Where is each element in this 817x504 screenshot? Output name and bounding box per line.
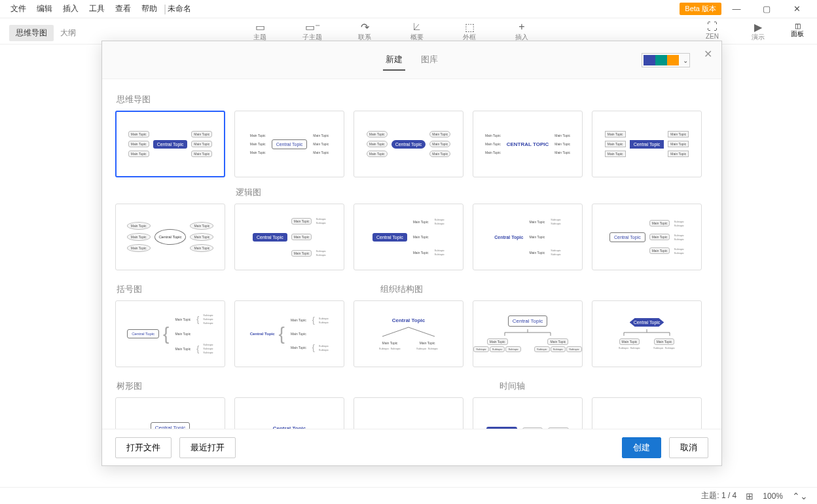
boundary-icon: ⬚ (465, 21, 475, 33)
tool-zen[interactable]: ⛶ZEN (699, 21, 725, 42)
category-logic-title: 逻辑图 (236, 187, 708, 198)
template-mindmap-5[interactable]: Main TopicMain TopicMain Topic Central T… (592, 111, 702, 177)
template-tree-3[interactable]: Central Topic (354, 397, 463, 429)
template-logic-2[interactable]: Central Topic Main TopicSubtopicSubtopic… (234, 204, 344, 270)
template-timeline-1[interactable]: Central Topic Main Topic Main Topic (473, 397, 583, 429)
zen-icon: ⛶ (707, 21, 717, 33)
insert-icon: + (518, 21, 524, 33)
window-close[interactable]: ✕ (782, 4, 812, 14)
create-button[interactable]: 创建 (622, 437, 661, 458)
category-org-title: 组织结构图 (380, 283, 423, 295)
summary-icon: ⟀ (414, 21, 420, 33)
menu-file[interactable]: 文件 (5, 1, 31, 16)
zoom-stepper-icon[interactable]: ⌃⌄ (792, 491, 808, 501)
present-icon: ▶ (754, 21, 762, 33)
menu-tools[interactable]: 工具 (84, 1, 110, 16)
recent-files-button[interactable]: 最近打开 (179, 437, 236, 458)
template-logic-3[interactable]: Central Topic Main TopicSubtopicSubtopic… (354, 204, 463, 270)
template-timeline-2[interactable]: Central Topic (592, 397, 702, 429)
color-swatch-1 (644, 55, 655, 65)
template-mindmap-1[interactable]: Main TopicMain TopicMain Topic Central T… (115, 111, 225, 177)
cancel-button[interactable]: 取消 (669, 437, 708, 458)
menu-view[interactable]: 查看 (110, 1, 136, 16)
tool-topic[interactable]: ▭主题 (247, 21, 273, 42)
tool-relation[interactable]: ↷联系 (352, 21, 378, 42)
template-logic-5[interactable]: Central Topic Main TopicSubtopicSubtopic… (592, 204, 702, 270)
subtopic-icon: ▭⁻ (305, 21, 320, 33)
new-template-dialog: 新建 图库 ⌄ ✕ 思维导图 Main TopicMain TopicMain … (101, 41, 722, 466)
template-bracket-2[interactable]: Central Topic { Main Topic{SubtopicSubto… (234, 300, 344, 367)
tool-subtopic[interactable]: ▭⁻子主题 (299, 21, 325, 42)
template-mindmap-3[interactable]: Main TopicMain TopicMain Topic Central T… (354, 111, 463, 177)
template-bracket-1[interactable]: Central Topic { Main Topic{SubtopicSubto… (115, 300, 225, 367)
window-minimize[interactable]: — (721, 4, 752, 14)
tab-mindmap[interactable]: 思维导图 (9, 25, 54, 41)
template-logic-4[interactable]: Central Topic Main TopicSubtopicSubtopic… (473, 204, 583, 270)
dialog-header: 新建 图库 ⌄ ✕ (102, 41, 721, 79)
template-org-1[interactable]: Central Topic Main TopicSubtopicSubtopic… (354, 300, 463, 367)
menu-help[interactable]: 帮助 (136, 1, 162, 16)
statusbar: 主题: 1 / 4 ⊞ 100% ⌃⌄ (0, 487, 817, 504)
menubar: 文件 编辑 插入 工具 查看 帮助 | 未命名 Beta 版本 — ▢ ✕ (0, 0, 817, 18)
topic-icon: ▭ (255, 21, 265, 33)
menu-sep: | (164, 3, 166, 15)
relation-icon: ↷ (361, 21, 369, 33)
tool-present[interactable]: ▶演示 (745, 21, 771, 42)
color-swatch-2 (655, 55, 667, 65)
template-logic-1[interactable]: Main TopicMain TopicMain Topic Central T… (115, 204, 225, 270)
menu-insert[interactable]: 插入 (58, 1, 84, 16)
tool-summary[interactable]: ⟀概要 (404, 21, 430, 42)
template-org-2[interactable]: Central Topic Main TopicSubtopicSubtopic… (473, 300, 583, 367)
beta-badge: Beta 版本 (680, 3, 721, 15)
panel-icon: ◫ (795, 22, 801, 29)
tool-insert[interactable]: +插入 (509, 21, 535, 42)
category-tree-title: 树形图 (117, 380, 142, 392)
menu-edit[interactable]: 编辑 (31, 1, 58, 16)
category-mindmap-title: 思维导图 (117, 94, 708, 105)
tool-panel[interactable]: ◫面板 (791, 18, 804, 39)
open-file-button[interactable]: 打开文件 (115, 437, 172, 458)
window-maximize[interactable]: ▢ (752, 4, 782, 14)
color-theme-picker[interactable]: ⌄ (642, 53, 690, 67)
template-mindmap-4[interactable]: Main TopicMain TopicMain Topic CENTRAL T… (473, 111, 583, 177)
map-icon[interactable]: ⊞ (746, 491, 753, 501)
dialog-tab-gallery[interactable]: 图库 (418, 50, 441, 71)
tool-boundary[interactable]: ⬚外框 (456, 21, 482, 42)
template-mindmap-2[interactable]: Main TopicMain TopicMain Topic Central T… (234, 111, 344, 177)
status-zoom[interactable]: 100% (763, 492, 783, 501)
color-swatch-3 (667, 55, 679, 65)
dialog-body: 思维导图 Main TopicMain TopicMain Topic Cent… (102, 79, 721, 429)
category-bracket-title: 括号图 (117, 283, 142, 295)
template-org-3[interactable]: Central Topic Main TopicSubtopicSubtopic… (592, 300, 702, 367)
template-tree-2[interactable]: Central Topic Main TopicMain Topic (234, 397, 344, 429)
category-timeline-title: 时间轴 (499, 380, 525, 392)
document-name: 未命名 (168, 3, 191, 14)
chevron-down-icon: ⌄ (683, 57, 688, 64)
template-tree-1[interactable]: Central Topic Main Topic (115, 397, 225, 429)
dialog-close[interactable]: ✕ (704, 48, 712, 60)
dialog-footer: 打开文件 最近打开 创建 取消 (102, 429, 721, 465)
status-topic-count: 主题: 1 / 4 (701, 490, 736, 501)
tab-outline[interactable]: 大纲 (54, 25, 82, 41)
dialog-tab-new[interactable]: 新建 (383, 50, 405, 71)
